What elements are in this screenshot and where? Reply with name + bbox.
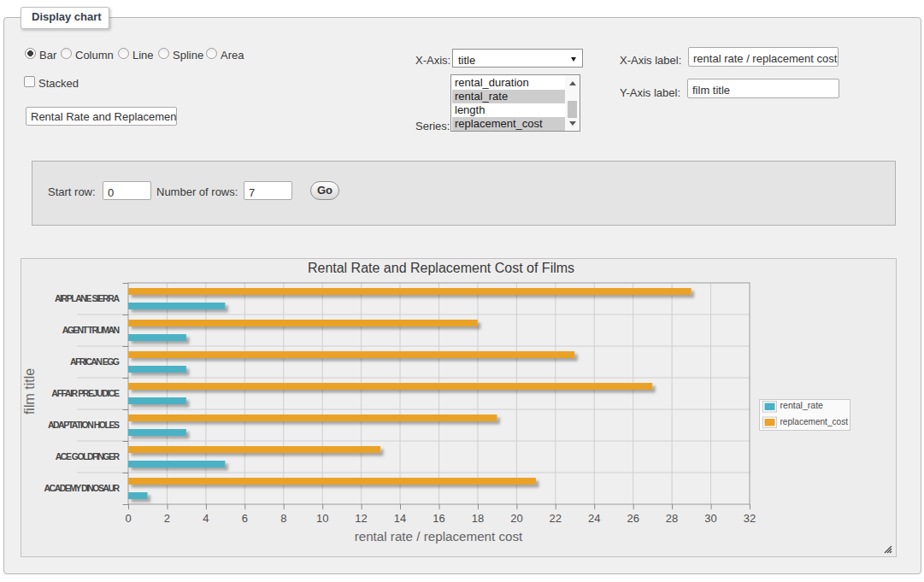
svg-text:14: 14 bbox=[394, 512, 406, 525]
svg-text:30: 30 bbox=[704, 512, 716, 525]
svg-text:ACE GOLDFINGER: ACE GOLDFINGER bbox=[56, 451, 121, 461]
svg-text:28: 28 bbox=[666, 512, 678, 525]
svg-text:AGENT TRUMAN: AGENT TRUMAN bbox=[62, 325, 120, 335]
svg-text:rental rate / replacement cost: rental rate / replacement cost bbox=[355, 529, 523, 544]
svg-text:AIRPLANE SIERRA: AIRPLANE SIERRA bbox=[55, 293, 121, 303]
svg-text:10: 10 bbox=[316, 512, 328, 525]
svg-text:24: 24 bbox=[588, 512, 600, 525]
svg-text:18: 18 bbox=[472, 512, 484, 525]
svg-text:8: 8 bbox=[280, 512, 286, 525]
svg-text:4: 4 bbox=[203, 512, 209, 525]
svg-text:AFRICAN EGG: AFRICAN EGG bbox=[70, 356, 120, 367]
svg-text:AFFAIR PREJUDICE: AFFAIR PREJUDICE bbox=[51, 388, 120, 398]
svg-text:rental_rate: rental_rate bbox=[780, 400, 824, 410]
svg-text:16: 16 bbox=[433, 512, 444, 525]
svg-text:20: 20 bbox=[510, 512, 522, 525]
svg-text:Rental Rate and Replacement Co: Rental Rate and Replacement Cost of Film… bbox=[308, 261, 574, 275]
svg-text:32: 32 bbox=[744, 512, 756, 525]
svg-text:ACADEMY DINOSAUR: ACADEMY DINOSAUR bbox=[44, 483, 121, 493]
svg-text:0: 0 bbox=[125, 512, 131, 525]
svg-text:12: 12 bbox=[355, 512, 367, 525]
svg-text:film title: film title bbox=[22, 368, 37, 414]
svg-text:ADAPTATION HOLES: ADAPTATION HOLES bbox=[48, 420, 120, 430]
svg-text:26: 26 bbox=[627, 512, 639, 525]
svg-text:6: 6 bbox=[242, 512, 248, 525]
svg-text:replacement_cost: replacement_cost bbox=[780, 416, 849, 426]
svg-text:22: 22 bbox=[550, 512, 562, 525]
svg-text:2: 2 bbox=[164, 512, 170, 525]
